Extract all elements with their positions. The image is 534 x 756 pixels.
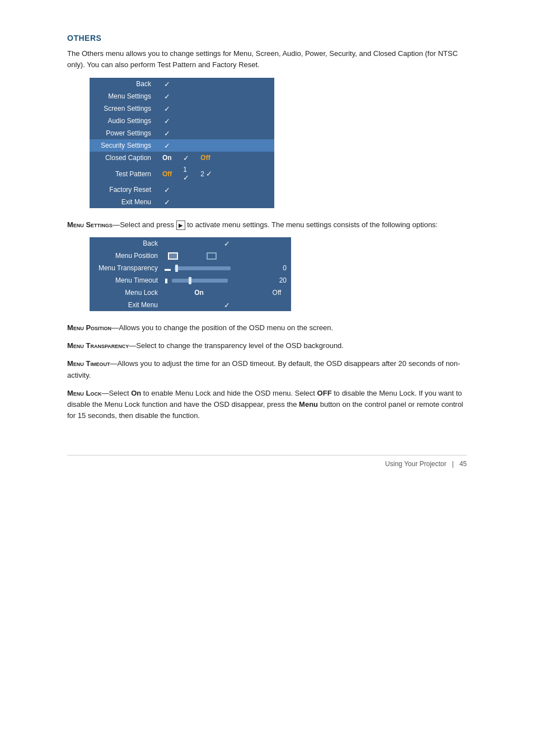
row-label: Menu Lock <box>90 287 162 299</box>
table-row: Screen Settings ✓ <box>90 102 274 115</box>
table-row-timeout: Menu Timeout ▮ 20 <box>90 274 291 287</box>
row-label: Menu Settings <box>90 90 157 102</box>
row-label: Back <box>90 78 157 90</box>
row-check: ✓ <box>157 196 177 208</box>
page-footer: Using Your Projector | 45 <box>67 455 467 468</box>
row-label: Power Settings <box>90 127 157 139</box>
term-menu-transparency: Menu Transparency <box>67 341 129 350</box>
others-menu-table: Back ✓ Menu Settings ✓ Screen Settings ✓… <box>90 78 274 208</box>
table-row: Closed Caption On ✓ Off <box>90 152 274 164</box>
row-check: ✓ <box>157 127 177 139</box>
table-row-transparency: Menu Transparency ▬ 0 <box>90 262 291 274</box>
table-row: Factory Reset ✓ <box>90 184 274 196</box>
timeout-icon: ▮ <box>165 277 168 284</box>
transparency-value: 0 <box>263 262 291 274</box>
row-label: Exit Menu <box>90 299 162 311</box>
table-row-menu-lock: Menu Lock On Off <box>90 287 291 299</box>
row-label: Audio Settings <box>90 115 157 127</box>
table-row: Back ✓ <box>90 237 291 250</box>
section-title: OTHERS <box>67 34 467 43</box>
row-label: Factory Reset <box>90 184 157 196</box>
desc-menu-transparency: Menu Transparency—Select to change the t… <box>67 340 467 351</box>
table-row: Test Pattern Off 1 ✓ 2 ✓ <box>90 164 274 184</box>
desc-menu-lock: Menu Lock—Select On to enable Menu Lock … <box>67 388 467 421</box>
term-menu-position: Menu Position <box>67 323 111 332</box>
desc-menu-position: Menu Position—Allows you to change the p… <box>67 322 467 334</box>
row-label: Menu Timeout <box>90 274 162 287</box>
row-label: Back <box>90 237 162 250</box>
section-intro: The Others menu allows you to change set… <box>67 48 467 70</box>
row-label: Screen Settings <box>90 102 157 115</box>
transparency-slider <box>175 266 231 270</box>
table-row-menu-position: Menu Position <box>90 250 291 262</box>
row-label: Test Pattern <box>90 164 157 184</box>
desc-menu-timeout: Menu Timeout—Allows you to adjust the ti… <box>67 358 467 381</box>
table-row: Menu Settings ✓ <box>90 90 274 102</box>
term-menu-timeout: Menu Timeout <box>67 359 110 368</box>
table-row-security: Security Settings ✓ <box>90 139 274 152</box>
timeout-slider <box>172 279 228 283</box>
menu-settings-table: Back ✓ Menu Position Menu Transparency ▬ <box>90 237 291 311</box>
footer-page: 45 <box>460 460 467 468</box>
position-box-unselected <box>207 252 217 260</box>
row-check: ✓ <box>157 78 177 90</box>
row-label: Closed Caption <box>90 152 157 164</box>
row-check: ✓ <box>157 139 177 152</box>
row-check: ✓ <box>157 90 177 102</box>
row-check: ✓ <box>157 102 177 115</box>
term-menu-settings: Menu Settings <box>67 220 113 229</box>
row-label: Exit Menu <box>90 196 157 208</box>
term-menu-lock: Menu Lock <box>67 389 101 397</box>
row-label: Menu Position <box>90 250 162 262</box>
table-row: Audio Settings ✓ <box>90 115 274 127</box>
menu-settings-intro: Menu Settings—Select and press ▶ to acti… <box>67 219 467 231</box>
enter-icon: ▶ <box>176 220 185 231</box>
table-row: Exit Menu ✓ <box>90 299 291 311</box>
table-row: Exit Menu ✓ <box>90 196 274 208</box>
row-label-security: Security Settings <box>90 139 157 152</box>
row-check: ✓ <box>157 115 177 127</box>
slider-icon: ▬ <box>165 265 171 272</box>
footer-text: Using Your Projector <box>385 460 446 468</box>
table-row: Power Settings ✓ <box>90 127 274 139</box>
timeout-value: 20 <box>263 274 291 287</box>
row-check: ✓ <box>157 184 177 196</box>
position-box-selected <box>168 252 178 260</box>
table-row: Back ✓ <box>90 78 274 90</box>
page-content: OTHERS The Others menu allows you to cha… <box>0 0 534 513</box>
row-label: Menu Transparency <box>90 262 162 274</box>
